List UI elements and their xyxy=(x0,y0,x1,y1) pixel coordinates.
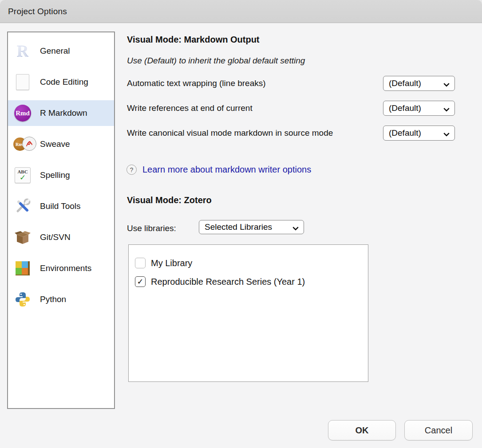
git-svn-icon xyxy=(13,228,32,247)
sidebar-item-git-svn[interactable]: Git/SVN xyxy=(8,224,114,250)
r-markdown-icon: Rmd xyxy=(13,104,32,122)
sidebar-item-environments[interactable]: Environments xyxy=(8,255,114,281)
sidebar-item-code-editing[interactable]: Code Editing xyxy=(8,69,114,95)
python-icon xyxy=(13,290,32,309)
option-label-canonical-markdown: Write canonical visual mode markdown in … xyxy=(127,126,375,139)
text-wrapping-select[interactable]: (Default) xyxy=(383,76,455,91)
library-row-my-library: My Library xyxy=(135,254,362,272)
chevron-down-icon xyxy=(444,131,449,136)
dialog-title: Project Options xyxy=(8,7,67,16)
library-label: Reproducible Research Series (Year 1) xyxy=(151,277,305,287)
sidebar-item-label: Build Tools xyxy=(40,201,81,211)
reproducible-research-checkbox[interactable]: ✓ xyxy=(135,276,146,287)
use-libraries-label: Use libraries: xyxy=(127,222,198,235)
default-hint-text: Use (Default) to inherit the global defa… xyxy=(127,56,305,66)
sidebar-item-r-markdown[interactable]: Rmd R Markdown xyxy=(8,100,114,126)
help-link-row: ? Learn more about markdown writer optio… xyxy=(126,165,311,175)
pdf-icon xyxy=(22,137,36,151)
title-bar: Project Options xyxy=(0,0,482,23)
markdown-output-section-title: Visual Mode: Markdown Output xyxy=(127,35,260,45)
canonical-markdown-select[interactable]: (Default) xyxy=(383,126,455,141)
sidebar-item-label: General xyxy=(40,46,70,56)
library-label: My Library xyxy=(151,258,192,268)
references-select[interactable]: (Default) xyxy=(383,101,455,116)
option-label-references: Write references at end of current xyxy=(127,102,375,114)
sidebar-item-label: Code Editing xyxy=(40,77,88,87)
sidebar-item-sweave[interactable]: Rnw Sweave xyxy=(8,131,114,157)
sidebar-item-python[interactable]: Python xyxy=(8,287,114,312)
chevron-down-icon xyxy=(444,106,449,111)
zotero-section-title: Visual Mode: Zotero xyxy=(127,195,212,205)
cancel-button[interactable]: Cancel xyxy=(404,420,473,440)
sidebar-item-label: Python xyxy=(40,295,66,304)
sidebar-item-general[interactable]: R General xyxy=(8,38,114,64)
zotero-libraries-list: My Library ✓ Reproducible Research Serie… xyxy=(128,244,368,382)
spelling-icon: ABC ✓ xyxy=(13,166,32,185)
option-label-text-wrapping: Automatic text wrapping (line breaks) xyxy=(127,77,375,90)
sidebar-item-label: Environments xyxy=(40,263,91,273)
environments-icon xyxy=(13,259,32,278)
code-editing-icon xyxy=(13,73,32,91)
chevron-down-icon xyxy=(444,81,449,86)
sidebar-item-label: Sweave xyxy=(40,139,70,149)
sidebar-item-spelling[interactable]: ABC ✓ Spelling xyxy=(8,162,114,188)
help-icon[interactable]: ? xyxy=(126,165,137,175)
my-library-checkbox[interactable] xyxy=(135,258,146,268)
sidebar-item-label: Spelling xyxy=(40,170,70,180)
sweave-icon: Rnw xyxy=(13,135,32,153)
library-row-reproducible-research: ✓ Reproducible Research Series (Year 1) xyxy=(135,272,362,291)
sidebar-item-build-tools[interactable]: Build Tools xyxy=(8,193,114,219)
r-logo-icon: R xyxy=(13,42,32,60)
markdown-writer-options-link[interactable]: Learn more about markdown writer options xyxy=(142,165,311,175)
chevron-down-icon xyxy=(293,225,298,230)
sidebar-item-label: Git/SVN xyxy=(40,232,71,242)
category-sidebar: R General Code Editing Rmd R Markdown Rn xyxy=(7,31,115,409)
ok-button[interactable]: OK xyxy=(328,420,396,440)
use-libraries-select[interactable]: Selected Libraries xyxy=(199,220,304,234)
sidebar-item-label: R Markdown xyxy=(40,108,87,118)
project-options-dialog: Project Options R General Code Editing R… xyxy=(0,0,482,448)
build-tools-icon xyxy=(13,197,32,216)
